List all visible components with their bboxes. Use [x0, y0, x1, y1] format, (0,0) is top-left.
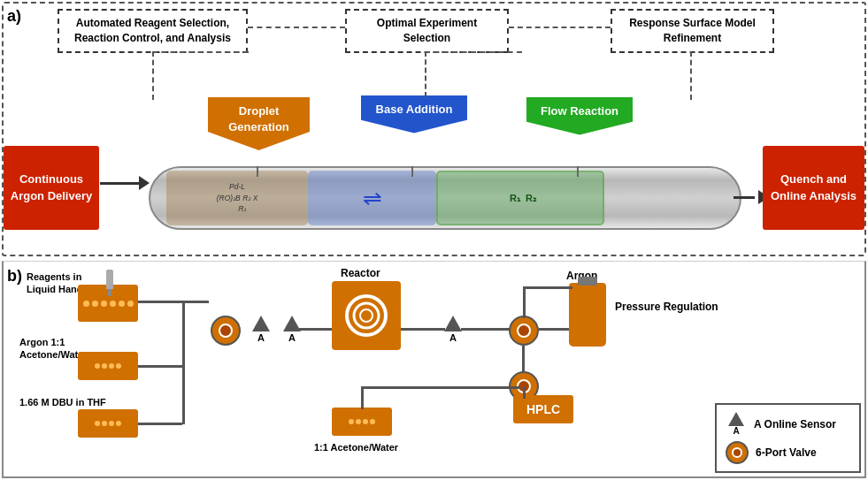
argon-delivery-box: Continuous Argon Delivery	[4, 146, 99, 230]
hplc-box: HPLC	[513, 395, 573, 423]
vert-dotted-2	[425, 51, 426, 97]
diagram: a) Automated Reagent Selection, Reaction…	[0, 0, 868, 480]
pipe-from-lh	[138, 301, 209, 303]
argon-arrow	[100, 182, 142, 185]
b-reactor-label: Reactor	[341, 267, 380, 279]
top-box-3: Response Surface Model Refinement	[611, 9, 774, 53]
hplc-pipe-up	[523, 386, 526, 399]
lh-dot	[83, 301, 89, 307]
top-connect-line2	[509, 27, 611, 28]
sensor-a3: A	[444, 316, 462, 343]
quench-box: Quench and Online Analysis	[763, 146, 864, 230]
swirl-symbol: ⇌	[363, 185, 382, 212]
molecule-text: Pd-L(RO)₂B R₂ X R₁	[217, 181, 258, 215]
pump-device-1	[78, 352, 138, 380]
cylinder-cap	[578, 277, 597, 286]
vert-dotted-1	[152, 51, 154, 100]
argon-horiz-line	[523, 286, 572, 289]
reactor-box	[332, 281, 401, 350]
pipe-to-reactor	[299, 328, 332, 331]
pipe-valve-right	[539, 328, 570, 331]
pipe-pump3-horiz	[361, 386, 520, 389]
hline-box2-mid	[425, 51, 522, 53]
lh-dot	[127, 301, 134, 307]
droplet-arrow-line	[257, 166, 258, 177]
part-b-label: b)	[7, 267, 22, 286]
legend-box: A A Online Sensor 6-Port Valve	[715, 403, 861, 473]
part-a-label: a)	[7, 7, 21, 26]
hline-box1-left	[152, 51, 249, 53]
svg-point-1	[354, 303, 379, 328]
legend-valve-item: 6-Port Valve	[726, 441, 850, 464]
argon-down-line	[523, 286, 526, 318]
pipe-from-reactor	[401, 328, 445, 331]
valve-2	[509, 316, 539, 346]
zone-flow: R₁ R₂	[436, 171, 604, 225]
pipe-from-pump1	[138, 365, 182, 368]
top-box-1: Automated Reagent Selection, Reaction Co…	[58, 9, 248, 53]
syringe-tip	[108, 289, 111, 296]
zone-base: ⇌	[308, 171, 436, 225]
legend-sensor-item: A A Online Sensor	[726, 412, 850, 436]
syringe	[106, 270, 113, 289]
flow-arrow-line	[577, 166, 579, 177]
top-connect-line1	[248, 27, 345, 28]
pipe-a3-right	[461, 328, 510, 331]
b-dbu-label: 1.66 M DBU in THF	[19, 396, 108, 408]
b-pressure-label: Pressure Regulation	[615, 301, 721, 315]
pipe-from-pump2	[138, 423, 182, 425]
lh-dot	[119, 301, 125, 307]
zone-droplet: Pd-L(RO)₂B R₂ X R₁	[166, 171, 308, 225]
argon-arrow-head	[139, 176, 150, 190]
tube-exit-line	[734, 196, 755, 199]
pump-device-3	[332, 408, 392, 436]
b-acetone-water-label: 1:1 Acetone/Water	[314, 442, 398, 453]
lh-dot	[92, 301, 98, 307]
top-box-2: Optimal Experiment Selection	[345, 9, 509, 53]
pump-device-2	[78, 409, 138, 438]
vert-pipe-valves	[522, 346, 525, 372]
pipe-pump3-up	[361, 386, 364, 409]
sensor-a2: A	[283, 316, 301, 343]
argon-cylinder	[569, 283, 606, 347]
sensor-a1: A	[252, 316, 270, 343]
svg-point-2	[360, 309, 373, 322]
valve-1	[211, 316, 241, 346]
vert-pipe-left	[182, 301, 185, 424]
lh-dot	[110, 301, 116, 307]
base-arrow-line	[411, 166, 413, 177]
vert-dotted-3	[690, 51, 692, 100]
lh-dot	[101, 301, 107, 307]
r-groups-text: R₁ R₂	[504, 193, 536, 204]
